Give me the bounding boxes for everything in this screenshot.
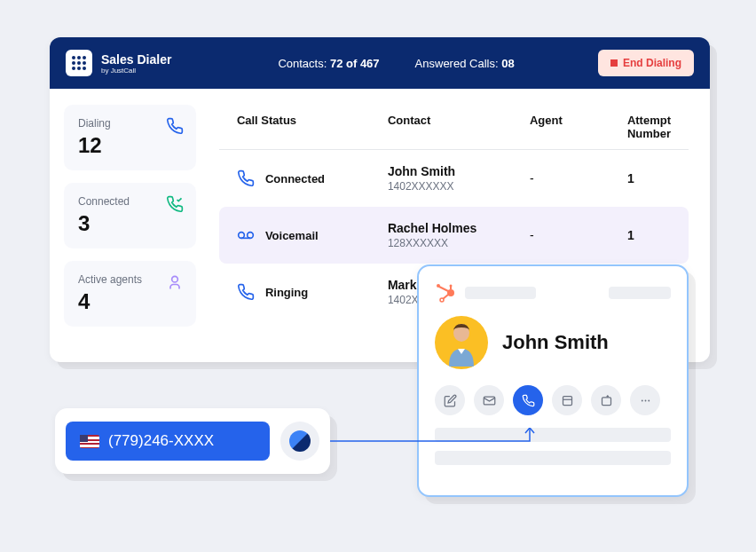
more-button[interactable] — [630, 385, 660, 415]
table-header: Call Status Contact Agent Attempt Number — [219, 105, 689, 150]
brand-name: Sales Dialer — [101, 52, 171, 67]
svg-point-0 — [172, 276, 178, 282]
phone-check-icon — [166, 195, 184, 213]
svg-point-17 — [644, 399, 646, 401]
answered-value: 08 — [501, 57, 514, 70]
col-header-contact: Contact — [388, 114, 530, 140]
voicemail-icon — [237, 226, 255, 244]
agent-cell: - — [530, 171, 627, 185]
stat-card-agents[interactable]: Active agents 4 — [64, 261, 196, 327]
table-row[interactable]: Connected John Smith1402XXXXXX - 1 — [219, 150, 689, 207]
svg-point-2 — [248, 233, 254, 239]
contact-name: Rachel Holmes — [388, 221, 530, 235]
svg-rect-15 — [602, 397, 610, 405]
phone-icon — [237, 283, 255, 301]
phone-number-pill[interactable]: (779)246-XXXX — [66, 422, 270, 461]
add-button[interactable] — [591, 385, 621, 415]
connector-arrow — [330, 428, 543, 472]
stop-icon — [610, 59, 618, 67]
svg-point-1 — [239, 233, 245, 239]
action-buttons — [435, 385, 671, 415]
agent-cell: - — [530, 228, 627, 242]
status-text: Connected — [265, 172, 325, 185]
hubspot-icon — [435, 282, 456, 304]
contact-name: John Smith — [388, 164, 530, 178]
svg-line-10 — [443, 295, 448, 299]
svg-point-16 — [641, 399, 642, 401]
end-dialing-button[interactable]: End Dialing — [598, 50, 694, 76]
svg-line-8 — [439, 287, 448, 291]
contacts-label: Contacts: — [278, 57, 327, 70]
stat-card-connected[interactable]: Connected 3 — [64, 183, 196, 248]
status-text: Ringing — [265, 286, 308, 299]
col-header-status: Call Status — [237, 114, 388, 140]
col-header-attempt: Attempt Number — [627, 114, 671, 140]
placeholder — [465, 287, 536, 299]
sidebar: Dialing 12 Connected 3 Active agents 4 — [50, 89, 210, 362]
table-row[interactable]: Voicemail Rachel Holmes128XXXXXX - 1 — [219, 207, 689, 264]
phone-icon — [237, 170, 255, 187]
attempt-cell: 1 — [627, 171, 671, 185]
logo-icon — [66, 50, 92, 76]
call-button[interactable] — [513, 385, 543, 415]
dialer-avatar[interactable] — [280, 422, 319, 461]
us-flag-icon — [80, 435, 99, 448]
contact-number: 128XXXXXX — [388, 237, 530, 249]
header-bar: Sales Dialer by JustCall Contacts: 72 of… — [50, 37, 710, 89]
attempt-cell: 1 — [627, 228, 671, 242]
answered-label: Answered Calls: — [415, 57, 499, 70]
status-text: Voicemail — [265, 229, 319, 242]
brand-sub: by JustCall — [101, 67, 171, 75]
phone-icon — [166, 117, 184, 135]
header-stats: Contacts: 72 of 467 Answered Calls: 08 — [278, 57, 514, 70]
logo: Sales Dialer by JustCall — [66, 50, 171, 76]
user-icon — [166, 273, 184, 291]
svg-point-18 — [648, 399, 650, 401]
avatar — [435, 316, 488, 369]
svg-rect-13 — [563, 396, 571, 405]
end-dialing-label: End Dialing — [623, 57, 681, 69]
stat-value: 12 — [78, 133, 182, 158]
contact-name: John Smith — [502, 331, 609, 354]
stat-value: 3 — [78, 211, 182, 236]
placeholder — [609, 287, 671, 299]
note-button[interactable] — [552, 385, 582, 415]
col-header-agent: Agent — [530, 114, 627, 140]
swirl-icon — [289, 430, 311, 452]
phone-number: (779)246-XXXX — [108, 432, 214, 450]
stat-card-dialing[interactable]: Dialing 12 — [64, 105, 196, 170]
phone-number-card: (779)246-XXXX — [55, 408, 330, 474]
edit-button[interactable] — [435, 385, 465, 415]
contacts-value: 72 of 467 — [330, 57, 380, 70]
contact-number: 1402XXXXXX — [388, 180, 530, 193]
email-button[interactable] — [474, 385, 504, 415]
stat-value: 4 — [78, 289, 182, 314]
